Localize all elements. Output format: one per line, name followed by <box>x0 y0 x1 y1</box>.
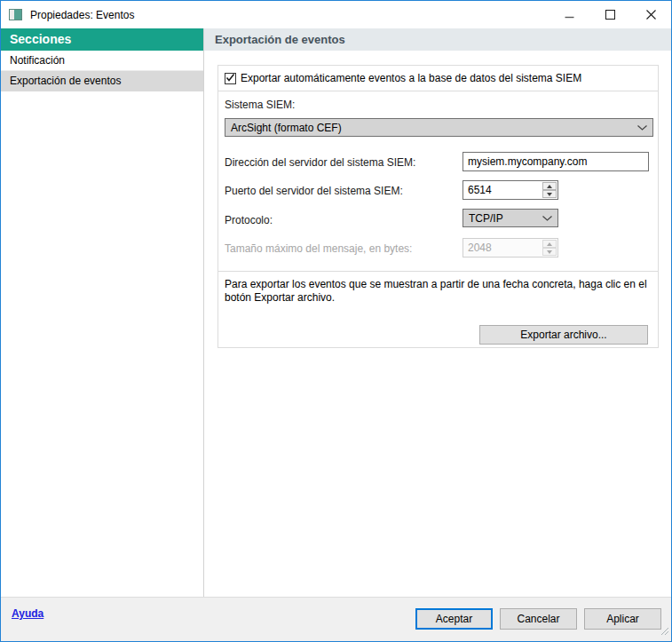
server-address-label: Dirección del servidor del sistema SIEM: <box>225 156 415 169</box>
properties-dialog: Propiedades: Eventos Secciones <box>0 0 672 642</box>
arrow-up-icon <box>547 185 552 188</box>
apply-button[interactable]: Aplicar <box>584 608 661 630</box>
maximize-icon <box>605 10 615 20</box>
close-icon <box>646 10 656 20</box>
export-hint: Para exportar los eventos que se muestra… <box>225 278 654 305</box>
check-icon <box>225 70 235 86</box>
server-port-spinner <box>462 180 558 200</box>
sections-sidebar: Secciones Notificación Exportación de ev… <box>1 28 204 598</box>
spin-down-button <box>542 248 557 256</box>
server-address-input[interactable] <box>462 152 649 171</box>
minimize-icon <box>565 10 574 20</box>
minimize-button[interactable] <box>549 1 589 28</box>
export-file-button[interactable]: Exportar archivo... <box>479 325 648 345</box>
spin-buttons <box>542 240 557 256</box>
maximize-button[interactable] <box>589 1 630 28</box>
spin-up-button[interactable] <box>542 182 557 190</box>
max-message-size-spinner <box>462 238 558 258</box>
main-panel: Exportación de eventos Exportar automáti… <box>204 28 671 598</box>
footer-buttons: Aceptar Cancelar Aplicar <box>415 608 661 630</box>
protocol-select[interactable]: TCP/IP <box>462 209 558 227</box>
window-title: Propiedades: Eventos <box>30 9 134 21</box>
spin-buttons <box>542 182 557 198</box>
close-button[interactable] <box>630 1 671 28</box>
arrow-down-icon <box>547 193 552 196</box>
siem-system-label: Sistema SIEM: <box>225 99 295 111</box>
chevron-down-icon <box>542 216 552 221</box>
auto-export-label: Exportar automáticamente eventos a la ba… <box>241 72 581 84</box>
spin-down-button[interactable] <box>542 190 557 198</box>
arrow-up-icon <box>547 242 552 246</box>
sidebar-item-notificacion[interactable]: Notificación <box>1 51 203 71</box>
max-message-size-input <box>463 239 542 257</box>
help-link[interactable]: Ayuda <box>12 607 43 620</box>
accept-button[interactable]: Aceptar <box>415 608 493 630</box>
spin-up-button <box>542 240 557 248</box>
auto-export-row: Exportar automáticamente eventos a la ba… <box>225 72 581 84</box>
sidebar-item-exportacion-de-eventos[interactable]: Exportación de eventos <box>1 71 203 91</box>
page-title: Exportación de eventos <box>204 28 671 51</box>
server-port-label: Puerto del servidor del sistema SIEM: <box>225 185 403 197</box>
app-icon <box>9 9 22 20</box>
protocol-value: TCP/IP <box>469 212 503 225</box>
titlebar: Propiedades: Eventos <box>1 1 671 28</box>
footer: Ayuda Aceptar Cancelar Aplicar <box>1 597 671 641</box>
siem-system-value: ArcSight (formato CEF) <box>231 122 342 134</box>
siem-system-select[interactable]: ArcSight (formato CEF) <box>225 118 653 137</box>
sidebar-header: Secciones <box>1 28 203 51</box>
siem-settings-group: Exportar automáticamente eventos a la ba… <box>217 65 659 348</box>
resize-grip[interactable] <box>659 623 669 639</box>
protocol-label: Protocolo: <box>225 214 273 226</box>
window-controls <box>549 1 671 28</box>
divider <box>218 271 658 272</box>
divider <box>218 91 658 91</box>
max-message-size-label: Tamaño máximo del mensaje, en bytes: <box>225 242 412 255</box>
dialog-body: Secciones Notificación Exportación de ev… <box>1 28 671 598</box>
server-port-input[interactable] <box>463 181 542 199</box>
chevron-down-icon <box>637 125 647 131</box>
auto-export-checkbox[interactable] <box>225 73 236 84</box>
arrow-down-icon <box>547 250 552 254</box>
cancel-button[interactable]: Cancelar <box>500 608 577 630</box>
